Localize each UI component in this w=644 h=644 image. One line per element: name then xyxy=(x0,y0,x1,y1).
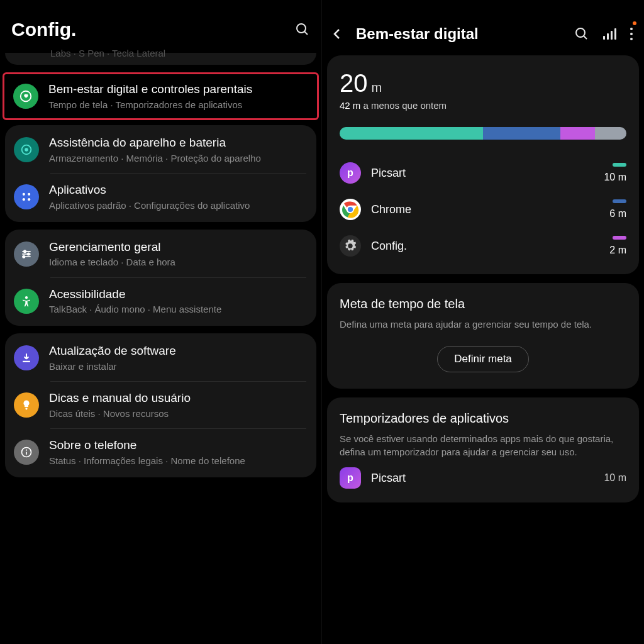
settings-item-accessibility[interactable]: Acessibilidade TalkBack · Áudio mono · M… xyxy=(5,278,316,325)
app-time: 10 m xyxy=(604,172,626,183)
svg-point-17 xyxy=(26,450,27,451)
section-desc: Se você estiver usando determinados apps… xyxy=(340,432,626,458)
settings-item-sub: Tempo de tela · Temporizadores de aplica… xyxy=(48,99,308,111)
settings-item-sub: Armazenamento · Memória · Proteção do ap… xyxy=(49,152,308,165)
settings-item-sub: Idioma e teclado · Data e hora xyxy=(49,256,308,269)
wellbeing-header: Bem-estar digital xyxy=(322,0,644,55)
settings-item-general[interactable]: Gerenciamento geral Idioma e teclado · D… xyxy=(5,231,316,277)
settings-item-title: Assistência do aparelho e bateria xyxy=(49,135,308,151)
time-value: 20 xyxy=(340,69,368,97)
search-icon[interactable] xyxy=(295,22,310,37)
settings-item-title: Atualização de software xyxy=(49,343,308,359)
picsart-icon: p xyxy=(340,162,361,184)
app-name: Chrome xyxy=(371,203,599,216)
settings-item-title: Acessibilidade xyxy=(49,287,308,303)
settings-item-title: Bem-estar digital e controles parentais xyxy=(48,82,308,97)
svg-point-7 xyxy=(23,199,25,201)
settings-group-3: Atualização de software Baixar e instala… xyxy=(5,333,316,477)
settings-item-sub: Aplicativos padrão · Configurações do ap… xyxy=(49,199,308,212)
highlighted-setting: Bem-estar digital e controles parentais … xyxy=(3,72,319,120)
time-unit: m xyxy=(372,80,382,95)
accessibility-icon xyxy=(14,289,39,314)
app-time: 2 m xyxy=(609,245,626,256)
svg-point-23 xyxy=(347,206,353,213)
heart-shield-icon xyxy=(13,84,38,109)
settings-header: Config. xyxy=(0,0,321,53)
usage-bar xyxy=(340,127,626,140)
lightbulb-icon xyxy=(14,392,39,418)
svg-point-19 xyxy=(576,28,585,37)
app-time: 6 m xyxy=(609,208,626,219)
usage-bar-segment xyxy=(560,127,595,140)
app-usage-row[interactable]: Config.2 m xyxy=(340,224,626,260)
compare-text: 42 m a menos que ontem xyxy=(340,100,626,111)
usage-summary-card[interactable]: 20 m 42 m a menos que ontem pPicsart10 m… xyxy=(327,55,639,274)
wellbeing-panel: Bem-estar digital 20 m 42 m a menos que … xyxy=(322,0,644,644)
search-icon[interactable] xyxy=(574,26,589,42)
app-timers-card: Temporizadores de aplicativos Se você es… xyxy=(327,397,639,502)
device-care-icon xyxy=(14,137,39,162)
settings-item-title: Aplicativos xyxy=(49,182,308,198)
app-name: Picsart xyxy=(371,472,594,485)
svg-point-5 xyxy=(23,193,25,196)
usage-bar-segment xyxy=(483,127,560,140)
svg-point-6 xyxy=(28,193,30,196)
page-title: Bem-estar digital xyxy=(356,25,563,43)
settings-item-apps[interactable]: Aplicativos Aplicativos padrão · Configu… xyxy=(5,174,316,220)
settings-item-title: Dicas e manual do usuário xyxy=(49,391,308,406)
settings-app-icon xyxy=(340,235,361,257)
apps-grid-icon xyxy=(14,184,39,209)
svg-point-13 xyxy=(28,253,30,255)
app-usage-row[interactable]: Chrome6 m xyxy=(340,187,626,224)
svg-point-12 xyxy=(24,250,26,252)
svg-point-14 xyxy=(23,255,25,257)
svg-line-20 xyxy=(584,36,587,39)
settings-item-text: Bem-estar digital e controles parentais … xyxy=(48,82,308,111)
settings-item-sub: Status · Informações legais · Nome do te… xyxy=(49,455,308,467)
total-screen-time: 20 m xyxy=(340,69,626,97)
settings-item-software-update[interactable]: Atualização de software Baixar e instala… xyxy=(5,335,316,381)
timer-app-row[interactable]: p Picsart 10 m xyxy=(340,458,626,489)
settings-group-2: Gerenciamento geral Idioma e teclado · D… xyxy=(5,230,316,326)
app-color-indicator xyxy=(613,199,626,203)
svg-point-8 xyxy=(28,199,30,201)
settings-item-tips[interactable]: Dicas e manual do usuário Dicas úteis · … xyxy=(5,382,316,428)
section-title: Temporizadores de aplicativos xyxy=(340,411,626,426)
settings-item-sub: Dicas úteis · Novos recursos xyxy=(49,408,308,420)
back-icon[interactable] xyxy=(330,26,345,42)
svg-line-1 xyxy=(304,31,308,35)
app-name: Picsart xyxy=(371,167,594,180)
settings-item-title: Gerenciamento geral xyxy=(49,240,308,255)
settings-item-sub-truncated: Labs · S Pen · Tecla Lateral xyxy=(5,48,316,58)
chart-icon[interactable] xyxy=(603,28,616,40)
page-title: Config. xyxy=(11,19,76,40)
usage-bar-segment xyxy=(595,127,626,140)
chrome-icon xyxy=(340,199,361,220)
more-icon[interactable] xyxy=(630,28,633,40)
apps-list: pPicsart10 mChrome6 mConfig.2 m xyxy=(340,151,626,260)
screen-time-goal-card: Meta de tempo de tela Defina uma meta pa… xyxy=(327,283,639,389)
section-title: Meta de tempo de tela xyxy=(340,297,626,311)
usage-bar-segment xyxy=(340,127,483,140)
app-color-indicator xyxy=(613,163,626,167)
settings-item-device-care[interactable]: Assistência do aparelho e bateria Armaze… xyxy=(5,126,316,173)
settings-group-partial: Labs · S Pen · Tecla Lateral xyxy=(5,53,316,65)
settings-item-sub: TalkBack · Áudio mono · Menu assistente xyxy=(49,303,308,316)
download-icon xyxy=(14,345,39,370)
svg-point-4 xyxy=(25,148,28,152)
settings-group-1: Assistência do aparelho e bateria Armaze… xyxy=(5,125,316,221)
set-goal-button[interactable]: Definir meta xyxy=(437,346,529,372)
svg-rect-18 xyxy=(26,452,27,455)
app-usage-row[interactable]: pPicsart10 m xyxy=(340,151,626,187)
svg-point-15 xyxy=(25,296,28,299)
info-icon xyxy=(14,440,39,465)
app-name: Config. xyxy=(371,240,599,253)
settings-panel: Config. Labs · S Pen · Tecla Lateral Bem… xyxy=(0,0,322,644)
settings-item-digital-wellbeing[interactable]: Bem-estar digital e controles parentais … xyxy=(6,78,316,114)
sliders-icon xyxy=(14,242,39,267)
settings-item-about[interactable]: Sobre o telefone Status · Informações le… xyxy=(5,429,316,475)
section-desc: Defina uma meta para ajudar a gerenciar … xyxy=(340,318,626,331)
settings-item-title: Sobre o telefone xyxy=(49,438,308,453)
app-time: 10 m xyxy=(604,472,626,484)
notification-dot xyxy=(633,21,636,25)
